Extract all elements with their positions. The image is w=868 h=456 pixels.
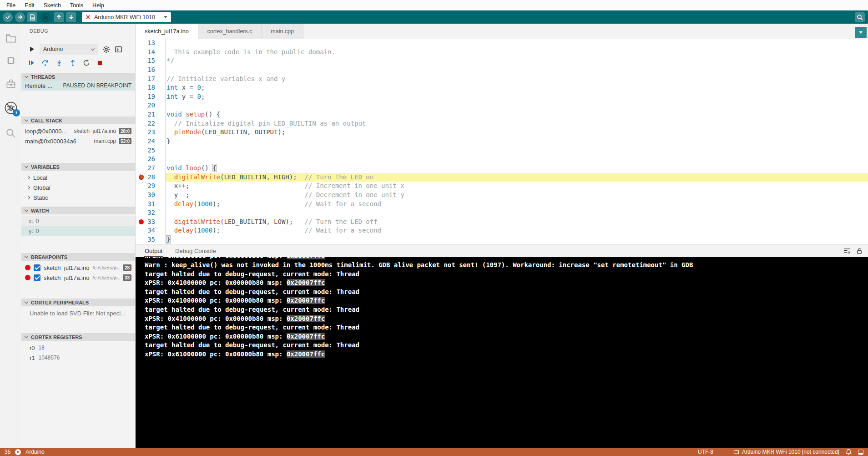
tab-cortex-handlers-c[interactable]: cortex_handlers.c <box>198 24 262 39</box>
gutter[interactable]: 35 <box>136 235 165 244</box>
sidebar-item-debug[interactable]: 1 <box>4 101 18 115</box>
output-console[interactable]: xPSR: 0x61000000 pc: 0x00000b80 msp: 0x2… <box>136 257 868 448</box>
cortex-peripherals-section-header[interactable]: CORTEX PERIPHERALS <box>21 299 135 306</box>
serial-monitor-button[interactable] <box>855 12 865 22</box>
menu-help[interactable]: Help <box>88 2 109 9</box>
menu-file[interactable]: File <box>2 2 20 9</box>
tab-sketch-jul17a-ino[interactable]: sketch_jul17a.ino <box>136 24 198 39</box>
code-line-text[interactable]: } <box>165 235 868 244</box>
code-line-text[interactable]: delay(1000); // Wait for a second <box>165 200 868 209</box>
encoding-indicator[interactable]: UTF-8 <box>698 449 713 455</box>
code-line-text[interactable] <box>165 39 868 48</box>
gutter[interactable]: 19 <box>136 92 165 101</box>
thread-row[interactable]: Remote ... PAUSED ON BREAKPOINT <box>21 81 135 91</box>
debug-runner-label[interactable]: Arduino <box>25 449 44 455</box>
threads-section-header[interactable]: THREADS <box>21 73 135 81</box>
gutter[interactable]: 33 <box>136 218 165 227</box>
gutter[interactable]: 32 <box>136 208 165 218</box>
save-button[interactable] <box>66 12 76 22</box>
code-line-text[interactable]: // Initialize digital pin LED_BUILTIN as… <box>165 119 868 128</box>
gutter[interactable]: 23 <box>136 128 165 137</box>
gutter[interactable]: 21 <box>136 110 165 119</box>
tab-output[interactable]: Output <box>145 245 162 257</box>
code-line-text[interactable]: int x = 0; <box>165 83 868 92</box>
gutter[interactable]: 20 <box>136 101 165 110</box>
variables-section-header[interactable]: VARIABLES <box>21 163 135 171</box>
code-line-text[interactable]: digitalWrite(LED_BUILTIN, HIGH); // Turn… <box>165 173 868 182</box>
code-line-text[interactable] <box>165 155 868 164</box>
gutter[interactable]: 34 <box>136 226 165 235</box>
tab-main-cpp[interactable]: main.cpp <box>262 24 303 39</box>
variables-group-local[interactable]: Local <box>21 172 135 182</box>
gutter[interactable]: 24 <box>136 137 165 146</box>
gutter[interactable]: 25 <box>136 146 165 155</box>
menu-tools[interactable]: Tools <box>66 2 88 9</box>
gutter[interactable]: 14 <box>136 48 165 57</box>
open-button[interactable] <box>54 12 64 22</box>
verify-button[interactable] <box>3 12 13 22</box>
scroll-lock-icon[interactable] <box>856 248 863 254</box>
code-editor[interactable]: 1314 This example code is in the public … <box>136 39 868 244</box>
code-line-text[interactable]: int y = 0; <box>165 92 868 101</box>
callstack-frame[interactable]: loop@0x0000... sketch_jul17a.ino 28:0 <box>21 126 135 136</box>
gutter[interactable]: 16 <box>136 66 165 75</box>
sidebar-item-search[interactable] <box>4 127 18 140</box>
code-line-text[interactable]: } <box>165 137 868 146</box>
upload-button[interactable] <box>15 12 25 22</box>
gutter[interactable]: 15 <box>136 56 165 66</box>
callstack-section-header[interactable]: CALL STACK <box>21 117 135 124</box>
code-line-text[interactable] <box>165 101 868 110</box>
variables-group-global[interactable]: Global <box>21 182 135 193</box>
gutter[interactable]: 27 <box>136 164 165 173</box>
new-sketch-button[interactable] <box>27 12 37 22</box>
bell-icon[interactable] <box>846 449 852 455</box>
code-line-text[interactable]: y--; // Decrement in one unit y <box>165 191 868 200</box>
gutter[interactable]: 26 <box>136 155 165 164</box>
clear-output-icon[interactable] <box>843 248 851 254</box>
gear-icon[interactable] <box>102 46 110 53</box>
sidebar-item-sketchbook[interactable] <box>4 32 18 46</box>
step-over-icon[interactable] <box>41 59 49 66</box>
gutter[interactable]: 28 <box>136 173 165 182</box>
breakpoint-checkbox[interactable] <box>34 264 40 271</box>
gutter[interactable]: 30 <box>136 191 165 200</box>
code-line-text[interactable]: This example code is in the public domai… <box>165 48 868 57</box>
breakpoint-checkbox[interactable] <box>34 274 40 281</box>
gutter[interactable]: 22 <box>136 119 165 128</box>
gutter[interactable]: 29 <box>136 182 165 191</box>
cursor-line-indicator[interactable]: 35 <box>5 449 10 455</box>
menu-sketch[interactable]: Sketch <box>39 2 66 9</box>
board-selector[interactable]: Arduino MKR WiFi 1010 <box>82 12 171 22</box>
code-line-text[interactable]: */ <box>165 56 868 66</box>
watch-expression[interactable]: x: 0 <box>21 216 135 226</box>
register-row[interactable]: r1 1048576 <box>21 353 135 363</box>
variables-group-static[interactable]: Static <box>21 193 135 203</box>
gutter[interactable]: 31 <box>136 200 165 209</box>
code-line-text[interactable] <box>165 146 868 155</box>
code-line-text[interactable]: // Initialize variables x and y <box>165 75 868 84</box>
stop-icon[interactable] <box>96 60 103 66</box>
start-debug-icon[interactable] <box>29 46 35 52</box>
code-line-text[interactable] <box>165 66 868 75</box>
breakpoint-row[interactable]: sketch_jul17a.ino /c:/Users/jo... 33 <box>21 273 135 283</box>
step-into-icon[interactable] <box>56 59 63 66</box>
continue-icon[interactable] <box>28 59 35 66</box>
step-out-icon[interactable] <box>69 59 76 66</box>
sidebar-item-boards-manager[interactable] <box>4 54 18 67</box>
sidebar-item-library-manager[interactable] <box>4 77 18 91</box>
panel-toggle-icon[interactable] <box>858 450 863 455</box>
menu-edit[interactable]: Edit <box>20 2 39 9</box>
breakpoint-dot-icon[interactable] <box>139 219 144 224</box>
code-line-text[interactable]: pinMode(LED_BUILTIN, OUTPUT); <box>165 128 868 137</box>
code-line-text[interactable] <box>165 208 868 218</box>
callstack-frame[interactable]: main@0x000034a6 main.cpp 53:0 <box>21 136 135 146</box>
code-line-text[interactable]: delay(1000); // Wait for a second <box>165 226 868 235</box>
code-line-text[interactable]: x++; // Increment in one unit x <box>165 182 868 191</box>
watch-expression[interactable]: y: 0 <box>21 226 135 236</box>
debug-toolbar-button[interactable] <box>40 12 51 23</box>
breakpoint-row[interactable]: sketch_jul17a.ino /c:/Users/jo... 28 <box>21 263 135 273</box>
register-row[interactable]: r0 18 <box>21 343 135 353</box>
restart-icon[interactable] <box>83 59 90 66</box>
debug-console-icon[interactable] <box>115 46 122 53</box>
watch-section-header[interactable]: WATCH <box>21 207 135 214</box>
